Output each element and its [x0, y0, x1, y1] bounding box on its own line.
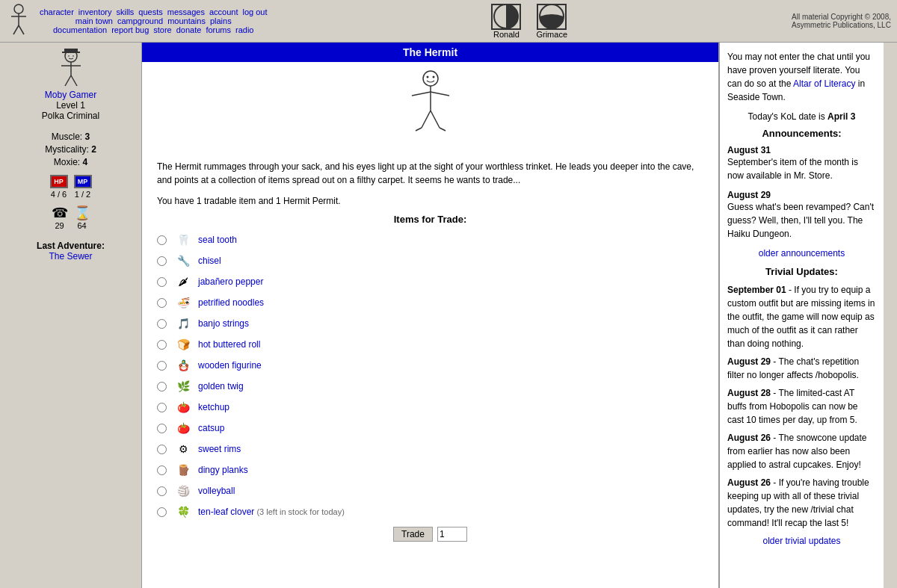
hermit-image [142, 62, 718, 154]
trade-item-link[interactable]: golden twig [198, 381, 244, 392]
trade-item-radio[interactable] [157, 382, 167, 392]
nav-campground[interactable]: campground [117, 16, 163, 25]
nav-account[interactable]: account [209, 7, 238, 16]
trade-item-radio[interactable] [157, 361, 167, 371]
trade-item-radio[interactable] [157, 445, 167, 454]
trade-quantity-input[interactable] [437, 527, 467, 542]
trade-item: 🏐volleyball [157, 483, 703, 498]
nav-main[interactable]: main town [75, 16, 113, 25]
announcements-list: August 31September's item of the month i… [727, 145, 876, 241]
trade-item-link[interactable]: jabañero pepper [198, 276, 263, 287]
trade-item: 🍀ten-leaf clover (3 left in stock for to… [157, 504, 703, 519]
trade-item-radio[interactable] [157, 235, 167, 245]
nav-donate[interactable]: donate [176, 25, 202, 34]
trade-item-radio[interactable] [157, 298, 167, 308]
trade-item-link[interactable]: wooden figurine [198, 360, 262, 371]
trade-item-link[interactable]: dingy planks [198, 465, 248, 475]
ronald-label: Ronald [493, 30, 520, 39]
nav-forums[interactable]: forums [206, 25, 231, 34]
trade-item-radio[interactable] [157, 403, 167, 412]
trade-item-link[interactable]: ten-leaf clover [198, 507, 254, 517]
sidebar: Moby Gamer Level 1 Polka Criminal Muscle… [0, 43, 142, 588]
hp-icon: HP [50, 175, 68, 188]
trade-item-link[interactable]: petrified noodles [198, 297, 264, 308]
trade-item-link[interactable]: volleyball [198, 486, 235, 496]
muscle-value: 3 [85, 131, 90, 142]
trade-item-link[interactable]: seal tooth [198, 235, 237, 245]
svg-line-12 [65, 75, 71, 86]
announcements-section: Announcements: August 31September's item… [727, 128, 876, 259]
grimace-icon [537, 4, 567, 30]
trade-item-name: golden twig [198, 381, 244, 392]
trade-item-name: seal tooth [198, 235, 237, 245]
trade-item-link[interactable]: catsup [198, 423, 224, 433]
nav-messages[interactable]: messages [167, 7, 205, 16]
older-announcements-link[interactable]: older announcements [727, 248, 876, 259]
adventures-icon: ⌛ [74, 205, 90, 221]
last-adventure-link[interactable]: The Sewer [49, 251, 92, 261]
trade-item-radio[interactable] [157, 319, 167, 329]
scrollbar[interactable] [884, 43, 897, 588]
trade-item-radio[interactable] [157, 256, 167, 266]
trade-item-radio[interactable] [157, 424, 167, 433]
nav-inventory[interactable]: inventory [78, 7, 112, 16]
nav-quests[interactable]: quests [138, 7, 162, 16]
trade-item-radio[interactable] [157, 507, 167, 517]
trade-item-name: ten-leaf clover (3 left in stock for tod… [198, 507, 345, 517]
nav-store[interactable]: store [153, 25, 171, 34]
character-section: Moby Gamer Level 1 Polka Criminal [6, 49, 135, 121]
svg-line-24 [416, 128, 422, 131]
trade-item-radio[interactable] [157, 340, 167, 350]
header-icons: Ronald Grimace [491, 4, 567, 39]
announcement-item: August 31September's item of the month i… [727, 145, 876, 182]
nav-character[interactable]: character [40, 7, 74, 16]
hp-group: HP 4 / 6 [50, 175, 68, 199]
trade-item-link[interactable]: chisel [198, 256, 221, 266]
nav-plains[interactable]: plains [210, 16, 232, 25]
trade-button[interactable]: Trade [393, 527, 433, 542]
trade-item-link[interactable]: hot buttered roll [198, 339, 260, 350]
nav-mountains[interactable]: mountains [167, 16, 206, 25]
grimace-icon-block: Grimace [536, 4, 567, 39]
trivial-date: September 01 [727, 285, 786, 295]
trade-item-name: catsup [198, 423, 224, 433]
trade-item-radio[interactable] [157, 465, 167, 475]
svg-line-22 [422, 111, 431, 128]
announcement-text: Guess what's been revamped? Can't guess?… [727, 200, 876, 241]
svg-point-17 [426, 76, 428, 78]
nav-radio[interactable]: radio [235, 25, 253, 34]
trade-item-radio[interactable] [157, 277, 167, 287]
svg-line-20 [412, 92, 431, 96]
trivial-date: August 26 [727, 477, 771, 488]
svg-line-13 [71, 75, 77, 86]
nav-skills[interactable]: skills [117, 7, 135, 16]
trivial-date: August 26 [727, 433, 771, 443]
misc-section: ☎ 29 ⌛ 64 [6, 205, 135, 230]
announcement-item: August 29Guess what's been revamped? Can… [727, 190, 876, 241]
meat-icon: ☎ [52, 205, 68, 221]
char-name[interactable]: Moby Gamer [45, 90, 96, 100]
trade-item-link[interactable]: ketchup [198, 402, 229, 412]
trivial-date: August 29 [727, 356, 771, 367]
trade-item-name: banjo strings [198, 318, 249, 329]
nav-report-bug[interactable]: report bug [111, 25, 149, 34]
last-adventure-label: Last Adventure: [6, 241, 135, 251]
nav-logout[interactable]: log out [242, 7, 267, 16]
svg-point-0 [14, 4, 23, 13]
svg-line-3 [13, 25, 19, 34]
trade-item-link[interactable]: sweet rims [198, 444, 241, 454]
older-trivial-link[interactable]: older trivial updates [727, 536, 876, 546]
trade-item-name: wooden figurine [198, 360, 262, 371]
meat-group: ☎ 29 [52, 205, 68, 230]
trade-item-link[interactable]: banjo strings [198, 318, 249, 329]
bars-section: HP 4 / 6 MP 1 / 2 [6, 175, 135, 199]
trade-item-icon: 🍞 [173, 337, 194, 352]
trivial-updates-section: Trivial Updates: September 01 - If you t… [727, 266, 876, 546]
tradable-info: You have 1 tradable item and 1 Hermit Pe… [142, 193, 718, 214]
svg-line-23 [431, 111, 440, 128]
nav-documentation[interactable]: documentation [53, 25, 107, 34]
logo [6, 3, 32, 39]
trade-item-icon: 🎵 [173, 316, 194, 331]
trade-item-radio[interactable] [157, 486, 167, 496]
literacy-link[interactable]: Altar of Literacy [793, 78, 855, 89]
